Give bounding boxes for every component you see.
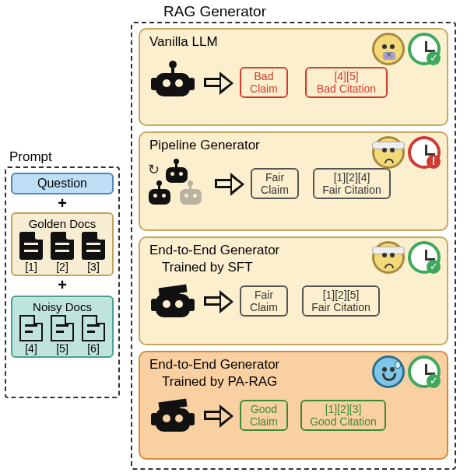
diagram-canvas: Prompt Question + Golden Docs [1] [2] [3… — [0, 0, 467, 476]
card-vanilla-llm: Vanilla LLM ✓ Bad Claim [4][5]Bad Citati… — [139, 28, 448, 126]
claim-output: Fair Claim — [240, 285, 288, 317]
card-icons: ✓ — [372, 241, 441, 274]
citation-output: [4][5]Bad Citation — [305, 67, 388, 98]
arrow-icon — [201, 290, 235, 312]
arrow-icon — [201, 404, 235, 426]
golden-docs-box: Golden Docs [1] [2] [3] — [11, 212, 114, 276]
doc-id: [3] — [87, 261, 100, 273]
rag-generator-box: Vanilla LLM ✓ Bad Claim [4][5]Bad Citati… — [131, 22, 456, 470]
plus-2: + — [11, 276, 114, 294]
doc-icon — [51, 232, 74, 260]
clock-check-icon: ✓ — [408, 33, 441, 65]
doc-id: [4] — [25, 342, 37, 355]
citation-output: [1][2][4]Fair Citation — [313, 168, 391, 199]
happy-face-icon — [372, 355, 405, 388]
graduate-robot-icon — [149, 397, 196, 438]
rag-generator-label: RAG Generator — [163, 3, 266, 20]
citation-output: [1][2][5]Fair Citation — [302, 285, 380, 317]
plus-1: + — [11, 194, 114, 212]
doc-icon — [82, 232, 105, 260]
question-box: Question — [11, 173, 114, 194]
graduate-robot-icon — [149, 283, 196, 324]
card-icons: ✓ — [372, 355, 441, 388]
claim-output: Bad Claim — [240, 67, 288, 98]
doc-icon — [51, 315, 74, 341]
noisy-docs-box: Noisy Docs [4] [5] [6] — [11, 296, 114, 358]
doc-id: [2] — [56, 261, 68, 273]
golden-title: Golden Docs — [16, 217, 109, 230]
doc-icon — [19, 315, 43, 341]
sick-face-icon — [372, 241, 405, 274]
claim-output: Good Claim — [240, 400, 288, 431]
doc-icon — [82, 315, 105, 341]
clock-check-icon: ✓ — [408, 355, 441, 388]
card-pipeline-generator: Pipeline Generator ! ↻ Fair Claim [1 — [139, 131, 448, 231]
arrow-icon — [201, 72, 235, 93]
clock-check-icon: ✓ — [408, 241, 441, 274]
robot-icon — [149, 62, 196, 103]
doc-id: [1] — [25, 261, 37, 273]
card-icons: ! — [372, 136, 441, 169]
prompt-box: Question + Golden Docs [1] [2] [3] + Noi… — [5, 166, 120, 398]
mute-face-icon — [372, 33, 405, 65]
claim-output: Fair Claim — [251, 168, 299, 199]
card-e2e-sft: End-to-End Generator Trained by SFT ✓ Fa… — [139, 236, 448, 345]
card-e2e-parag: End-to-End Generator Trained by PA-RAG ✓… — [139, 351, 448, 460]
arrow-icon — [212, 173, 246, 194]
doc-icon — [19, 232, 43, 260]
sick-face-icon — [372, 136, 405, 169]
pipeline-robots-icon: ↻ — [146, 161, 207, 206]
doc-id: [5] — [56, 342, 68, 355]
doc-id: [6] — [87, 342, 100, 355]
citation-output: [1][2][3]Good Citation — [300, 400, 386, 431]
noisy-title: Noisy Docs — [16, 300, 109, 313]
prompt-label: Prompt — [9, 149, 52, 165]
card-icons: ✓ — [372, 33, 441, 65]
clock-alert-icon: ! — [408, 136, 441, 169]
